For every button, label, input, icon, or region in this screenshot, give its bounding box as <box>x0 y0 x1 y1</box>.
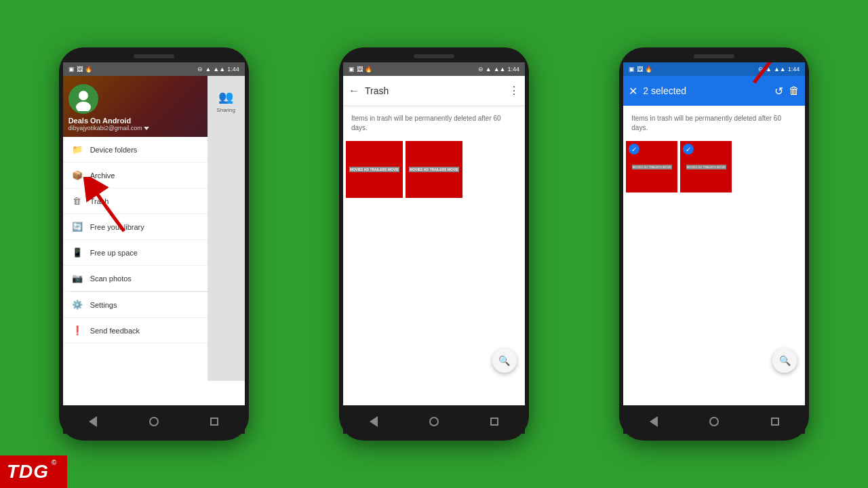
feedback-icon: ❗ <box>71 325 83 337</box>
selected-photo-2[interactable]: MOVIES HD TRAILERS MOVIE ✓ <box>680 141 732 192</box>
drawer-label-free-space: Free up space <box>90 249 138 257</box>
status-bar-1: ▣ 🖼 🔥 ⊖ ▲ ▲▲ 1:44 <box>63 62 245 76</box>
image-icon: 🖼 <box>77 66 83 73</box>
nav-bar-1 <box>63 409 245 434</box>
zoom-fab-3[interactable]: 🔍 <box>772 348 797 373</box>
photo-thumb-2[interactable]: MOVIES HD TRAILERS MOVIE <box>406 141 462 198</box>
drawer-label-trash: Trash <box>90 197 109 205</box>
phone-1: ▣ 🖼 🔥 ⊖ ▲ ▲▲ 1:44 Deals On Android <box>59 47 249 441</box>
svg-point-1 <box>79 91 88 100</box>
flame-icon: 🔥 <box>85 66 92 73</box>
scan-icon: 📷 <box>71 272 83 285</box>
photo-thumb-1[interactable]: MOVIES HD TRAILERS MOVIE <box>346 141 403 198</box>
signal-icon-3: ▲▲ <box>774 66 786 73</box>
selected-count: 2 selected <box>643 85 769 96</box>
trash-notice: Items in trash will be permanently delet… <box>343 106 525 138</box>
status-icons-left-3: ▣ 🖼 🔥 <box>629 66 652 73</box>
drawer-label-free-library: Free your library <box>90 223 144 231</box>
app-bar-trash: ← Trash ⋮ <box>343 76 525 106</box>
back-button-trash[interactable]: ← <box>349 85 359 97</box>
photo-grid-2: MOVIES HD TRAILERS MOVIE MOVIES HD TRAIL… <box>343 138 525 201</box>
drawer-label-archive: Archive <box>90 171 115 180</box>
home-circle-2 <box>429 417 439 426</box>
time-display-2: 1:44 <box>507 66 519 73</box>
selection-bar: ✕ 2 selected ↺ 🗑 <box>623 76 805 106</box>
archive-icon: 📦 <box>71 169 83 182</box>
nav-back-1[interactable] <box>86 415 100 428</box>
folder-icon: 📁 <box>71 144 83 156</box>
trash-title: Trash <box>365 85 503 96</box>
drawer-label-device-folders: Device folders <box>90 146 138 154</box>
status-icons-right-3: ⊖ ▲ ▲▲ 1:44 <box>758 66 800 73</box>
phone-speaker-3 <box>694 54 734 58</box>
tdg-text: TDG <box>7 461 49 483</box>
dnd-icon: ⊖ <box>197 66 203 73</box>
dropdown-arrow[interactable] <box>144 127 149 130</box>
battery-icon: ▣ <box>68 66 75 73</box>
sharing-icon: 👥 <box>218 89 233 104</box>
restore-button[interactable]: ↺ <box>774 85 783 98</box>
phone-screen-3: ▣ 🖼 🔥 ⊖ ▲ ▲▲ 1:44 ✕ 2 selected ↺ 🗑 <box>623 62 805 405</box>
refresh-icon: 🔄 <box>71 221 83 233</box>
nav-recent-2[interactable] <box>488 415 501 428</box>
photo-grid-3: MOVIES HD TRAILERS MOVIE ✓ MOVIES HD TRA… <box>623 138 805 195</box>
status-bar-3: ▣ 🖼 🔥 ⊖ ▲ ▲▲ 1:44 <box>623 62 805 76</box>
close-selection-button[interactable]: ✕ <box>629 85 637 98</box>
back-triangle-2 <box>370 416 378 427</box>
drawer-label-feedback: Send feedback <box>90 327 140 335</box>
recent-square-2 <box>490 418 498 426</box>
zoom-fab[interactable]: 🔍 <box>492 348 517 373</box>
drawer-label-scan-photos: Scan photos <box>90 274 132 283</box>
tdg-logo: TDG © <box>0 455 67 488</box>
status-bar-2: ▣ 🖼 🔥 ⊖ ▲ ▲▲ 1:44 <box>343 62 525 76</box>
flame-icon-3: 🔥 <box>645 66 652 73</box>
phone-3: ▣ 🖼 🔥 ⊖ ▲ ▲▲ 1:44 ✕ 2 selected ↺ 🗑 <box>619 47 809 441</box>
battery-icon-2: ▣ <box>349 66 355 73</box>
nav-back-3[interactable] <box>647 415 660 428</box>
wifi-icon-3: ▲ <box>766 66 772 73</box>
dnd-icon-2: ⊖ <box>478 66 484 73</box>
phone-screen-2: ▣ 🖼 🔥 ⊖ ▲ ▲▲ 1:44 ← Trash ⋮ Items in tra… <box>343 62 525 405</box>
phone-icon: 📱 <box>71 247 83 259</box>
delete-button[interactable]: 🗑 <box>789 85 800 97</box>
drawer-label-settings: Settings <box>90 301 117 309</box>
photo-text-2: MOVIES HD TRAILERS MOVIE <box>408 165 460 174</box>
battery-icon-3: ▣ <box>629 66 635 73</box>
sharing-label: Sharing <box>216 107 235 113</box>
nav-bar-3 <box>623 409 805 434</box>
nav-back-2[interactable] <box>367 415 380 428</box>
status-icons-right-2: ⊖ ▲ ▲▲ 1:44 <box>478 66 519 73</box>
more-menu-trash[interactable]: ⋮ <box>509 84 519 97</box>
dnd-icon-3: ⊖ <box>758 66 764 73</box>
recent-square-1 <box>210 418 218 426</box>
back-triangle-1 <box>89 416 97 427</box>
time-display-3: 1:44 <box>788 66 800 73</box>
phone-screen-1: ▣ 🖼 🔥 ⊖ ▲ ▲▲ 1:44 Deals On Android <box>63 62 245 405</box>
wifi-icon-2: ▲ <box>486 66 492 73</box>
nav-home-3[interactable] <box>707 415 721 428</box>
phone-2: ▣ 🖼 🔥 ⊖ ▲ ▲▲ 1:44 ← Trash ⋮ Items in tra… <box>339 47 529 441</box>
phone-speaker-1 <box>134 54 174 58</box>
signal-icon-2: ▲▲ <box>494 66 506 73</box>
copyright-symbol: © <box>52 459 56 466</box>
nav-home-1[interactable] <box>147 415 161 428</box>
user-avatar <box>68 84 98 114</box>
recent-square-3 <box>771 418 779 426</box>
nav-recent-3[interactable] <box>768 415 782 428</box>
settings-icon: ⚙️ <box>71 299 83 311</box>
time-display-1: 1:44 <box>227 66 239 73</box>
wifi-icon: ▲ <box>205 66 211 73</box>
phone-speaker-2 <box>414 54 454 58</box>
side-panel: 👥 Sharing <box>208 76 245 381</box>
photo-text-1: MOVIES HD TRAILERS MOVIE <box>348 165 401 174</box>
status-icons-left-2: ▣ 🖼 🔥 <box>349 66 372 73</box>
trash-icon: 🗑 <box>71 195 83 207</box>
nav-bar-2 <box>343 409 525 434</box>
nav-home-2[interactable] <box>427 415 441 428</box>
selected-photo-1[interactable]: MOVIES HD TRAILERS MOVIE ✓ <box>626 141 677 192</box>
trash-notice-3: Items in trash will be permanently delet… <box>623 106 805 138</box>
nav-recent-1[interactable] <box>208 415 221 428</box>
status-icons-right: ⊖ ▲ ▲▲ 1:44 <box>197 66 239 73</box>
home-circle-3 <box>709 417 719 426</box>
signal-icon: ▲▲ <box>213 66 225 73</box>
